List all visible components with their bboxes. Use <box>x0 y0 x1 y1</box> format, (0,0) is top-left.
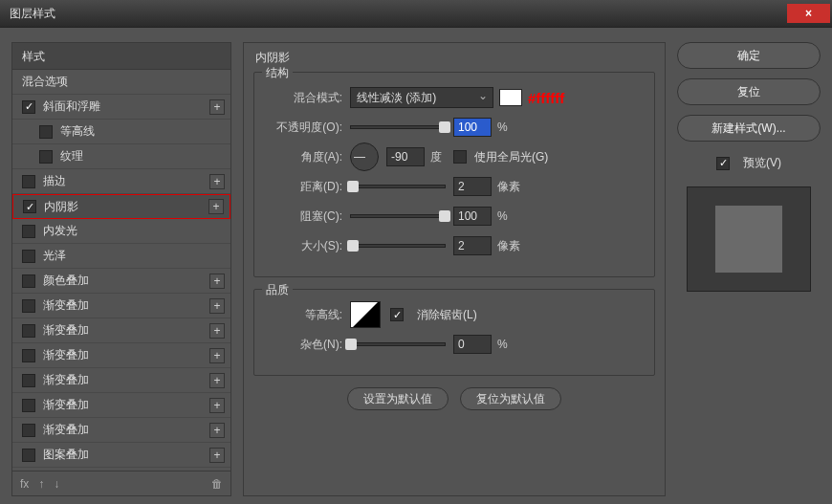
style-checkbox[interactable] <box>39 125 53 139</box>
style-checkbox[interactable] <box>22 449 35 462</box>
style-label: 纹理 <box>60 148 83 164</box>
move-up-icon[interactable]: ↑ <box>38 477 44 491</box>
styles-panel: 样式 混合选项 斜面和浮雕+等高线纹理描边+内阴影+内发光光泽颜色叠加+渐变叠加… <box>11 42 231 496</box>
plus-icon[interactable]: + <box>209 398 225 413</box>
angle-unit: 度 <box>430 149 442 165</box>
size-input[interactable]: 2 <box>453 236 492 255</box>
default-buttons: 设置为默认值 复位为默认值 <box>253 387 655 410</box>
style-checkbox[interactable] <box>23 200 36 213</box>
settings-panel: 内阴影 结构 混合模式: 线性减淡 (添加) #ffffff 不透明度(O): … <box>243 42 666 496</box>
distance-label: 距离(D): <box>264 179 350 195</box>
ok-button[interactable]: 确定 <box>677 42 821 69</box>
style-item[interactable]: 渐变叠加+ <box>12 318 230 343</box>
style-label: 内阴影 <box>44 199 78 215</box>
trash-icon[interactable]: 🗑 <box>211 477 223 491</box>
layer-style-dialog: 图层样式 × 样式 混合选项 斜面和浮雕+等高线纹理描边+内阴影+内发光光泽颜色… <box>0 0 832 504</box>
global-light-label: 使用全局光(G) <box>474 149 548 165</box>
style-checkbox[interactable] <box>22 374 35 387</box>
style-item[interactable]: 描边+ <box>12 169 230 194</box>
contour-picker[interactable] <box>350 301 381 328</box>
preview-checkbox[interactable] <box>716 157 730 170</box>
choke-input[interactable]: 100 <box>453 207 492 226</box>
style-checkbox[interactable] <box>22 349 35 362</box>
choke-slider[interactable] <box>350 214 446 218</box>
structure-fieldset: 结构 混合模式: 线性减淡 (添加) #ffffff 不透明度(O): 100 … <box>253 72 655 277</box>
plus-icon[interactable]: + <box>209 373 225 388</box>
style-checkbox[interactable] <box>22 299 35 313</box>
plus-icon[interactable]: + <box>209 323 225 339</box>
style-label: 描边 <box>43 173 66 189</box>
style-item[interactable]: 纹理 <box>12 144 230 169</box>
opacity-input[interactable]: 100 <box>453 118 492 137</box>
style-label: 图案叠加 <box>43 447 89 463</box>
global-light-checkbox[interactable] <box>453 150 467 164</box>
angle-dial[interactable] <box>350 142 379 171</box>
style-checkbox[interactable] <box>22 424 35 437</box>
style-item[interactable]: 颜色叠加+ <box>12 269 230 294</box>
style-label: 渐变叠加 <box>43 322 89 339</box>
styles-header[interactable]: 样式 <box>12 43 230 70</box>
style-checkbox[interactable] <box>22 100 35 114</box>
angle-label: 角度(A): <box>264 149 350 165</box>
style-item[interactable]: 图案叠加+ <box>12 443 230 468</box>
style-item[interactable]: 渐变叠加+ <box>12 368 230 393</box>
noise-slider[interactable] <box>350 342 446 346</box>
style-checkbox[interactable] <box>39 150 53 164</box>
fx-icon[interactable]: fx <box>20 477 29 491</box>
style-item[interactable]: 内发光 <box>12 219 230 244</box>
move-down-icon[interactable]: ↓ <box>54 477 59 491</box>
style-item[interactable]: 渐变叠加+ <box>12 343 230 368</box>
choke-label: 阻塞(C): <box>264 208 350 225</box>
quality-fieldset: 品质 等高线: 消除锯齿(L) 杂色(N): 0 % <box>253 289 655 376</box>
plus-icon[interactable]: + <box>209 174 225 189</box>
style-item[interactable]: 渐变叠加+ <box>12 418 230 443</box>
style-checkbox[interactable] <box>22 274 35 288</box>
style-checkbox[interactable] <box>22 250 35 263</box>
plus-icon[interactable]: + <box>209 99 225 115</box>
noise-input[interactable]: 0 <box>453 335 492 354</box>
plus-icon[interactable]: + <box>209 348 225 363</box>
style-item[interactable]: 内阴影+ <box>12 194 230 219</box>
style-label: 斜面和浮雕 <box>43 99 100 115</box>
new-style-button[interactable]: 新建样式(W)... <box>677 115 821 142</box>
style-item[interactable]: 渐变叠加+ <box>12 393 230 418</box>
style-label: 光泽 <box>43 248 66 264</box>
style-label: 颜色叠加 <box>43 273 89 289</box>
blend-mode-select[interactable]: 线性减淡 (添加) <box>350 87 493 108</box>
plus-icon[interactable]: + <box>209 274 225 289</box>
contour-label: 等高线: <box>264 307 350 323</box>
distance-slider[interactable] <box>350 185 446 188</box>
style-checkbox[interactable] <box>22 225 35 238</box>
blending-options-row[interactable]: 混合选项 <box>12 70 230 95</box>
preview-toggle[interactable]: 预览(V) <box>677 155 821 171</box>
antialias-checkbox[interactable] <box>390 308 404 321</box>
cancel-button[interactable]: 复位 <box>677 78 821 105</box>
choke-unit: % <box>497 209 508 223</box>
set-default-button[interactable]: 设置为默认值 <box>347 387 449 410</box>
style-item[interactable]: 斜面和浮雕+ <box>12 95 230 120</box>
color-swatch[interactable] <box>499 89 522 106</box>
close-button[interactable]: × <box>787 4 830 23</box>
plus-icon[interactable]: + <box>208 199 224 214</box>
size-unit: 像素 <box>497 238 520 254</box>
style-item[interactable]: 光泽 <box>12 244 230 269</box>
opacity-label: 不透明度(O): <box>264 120 350 136</box>
distance-input[interactable]: 2 <box>453 177 492 196</box>
hex-annotation: #ffffff <box>528 90 564 106</box>
style-checkbox[interactable] <box>22 324 35 338</box>
angle-input[interactable]: -90 <box>386 147 425 166</box>
style-checkbox[interactable] <box>22 399 35 412</box>
style-checkbox[interactable] <box>22 175 35 188</box>
preview-label: 预览(V) <box>743 155 781 171</box>
plus-icon[interactable]: + <box>209 448 225 463</box>
plus-icon[interactable]: + <box>209 423 225 438</box>
plus-icon[interactable]: + <box>209 298 225 314</box>
blending-options-label: 混合选项 <box>22 74 68 90</box>
size-slider[interactable] <box>350 244 446 248</box>
reset-default-button[interactable]: 复位为默认值 <box>460 387 561 410</box>
style-label: 渐变叠加 <box>43 422 89 438</box>
style-item[interactable]: 渐变叠加+ <box>12 294 230 318</box>
style-item[interactable]: 等高线 <box>12 120 230 144</box>
quality-legend: 品质 <box>262 282 293 298</box>
opacity-slider[interactable] <box>350 125 446 129</box>
